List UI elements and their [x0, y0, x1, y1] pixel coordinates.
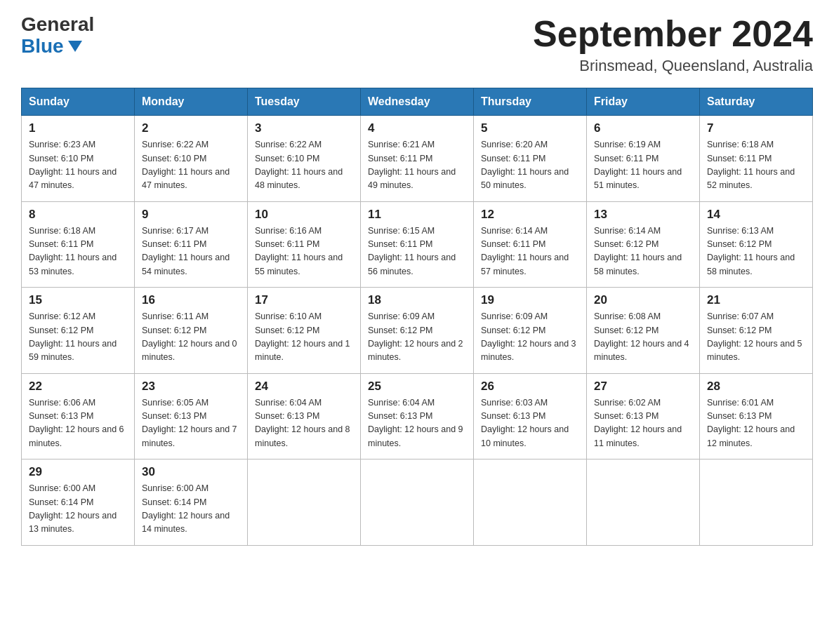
day-number: 29 — [29, 465, 127, 479]
weekday-header-wednesday: Wednesday — [361, 88, 474, 116]
calendar-cell: 4 Sunrise: 6:21 AMSunset: 6:11 PMDayligh… — [361, 116, 474, 202]
day-info: Sunrise: 6:14 AMSunset: 6:12 PMDaylight:… — [594, 224, 692, 279]
weekday-header-monday: Monday — [135, 88, 248, 116]
month-title: September 2024 — [533, 14, 813, 54]
day-info: Sunrise: 6:04 AMSunset: 6:13 PMDaylight:… — [255, 396, 353, 451]
calendar-cell: 21 Sunrise: 6:07 AMSunset: 6:12 PMDaylig… — [700, 288, 813, 374]
day-number: 14 — [707, 208, 805, 222]
calendar-cell: 18 Sunrise: 6:09 AMSunset: 6:12 PMDaylig… — [361, 288, 474, 374]
calendar-cell: 7 Sunrise: 6:18 AMSunset: 6:11 PMDayligh… — [700, 116, 813, 202]
day-info: Sunrise: 6:07 AMSunset: 6:12 PMDaylight:… — [707, 310, 805, 365]
calendar-cell — [248, 459, 361, 546]
day-number: 23 — [142, 380, 240, 394]
day-number: 25 — [368, 380, 466, 394]
day-number: 9 — [142, 208, 240, 222]
calendar-cell: 14 Sunrise: 6:13 AMSunset: 6:12 PMDaylig… — [700, 201, 813, 288]
day-info: Sunrise: 6:02 AMSunset: 6:13 PMDaylight:… — [594, 396, 692, 451]
day-number: 18 — [368, 293, 466, 307]
day-info: Sunrise: 6:17 AMSunset: 6:11 PMDaylight:… — [142, 224, 240, 279]
calendar-cell: 16 Sunrise: 6:11 AMSunset: 6:12 PMDaylig… — [135, 288, 248, 374]
calendar-cell: 11 Sunrise: 6:15 AMSunset: 6:11 PMDaylig… — [361, 201, 474, 288]
calendar-cell: 5 Sunrise: 6:20 AMSunset: 6:11 PMDayligh… — [474, 116, 587, 202]
day-number: 8 — [29, 208, 127, 222]
calendar-cell: 30 Sunrise: 6:00 AMSunset: 6:14 PMDaylig… — [135, 459, 248, 546]
day-number: 24 — [255, 380, 353, 394]
calendar-table: SundayMondayTuesdayWednesdayThursdayFrid… — [21, 88, 813, 546]
weekday-header-row: SundayMondayTuesdayWednesdayThursdayFrid… — [22, 88, 813, 116]
day-number: 16 — [142, 293, 240, 307]
day-number: 11 — [368, 208, 466, 222]
logo-general-text: General — [21, 14, 94, 36]
weekday-header-friday: Friday — [587, 88, 700, 116]
calendar-cell: 10 Sunrise: 6:16 AMSunset: 6:11 PMDaylig… — [248, 201, 361, 288]
calendar-cell: 9 Sunrise: 6:17 AMSunset: 6:11 PMDayligh… — [135, 201, 248, 288]
day-number: 2 — [142, 121, 240, 135]
day-info: Sunrise: 6:23 AMSunset: 6:10 PMDaylight:… — [29, 138, 127, 193]
weekday-header-sunday: Sunday — [22, 88, 135, 116]
calendar-cell: 15 Sunrise: 6:12 AMSunset: 6:12 PMDaylig… — [22, 288, 135, 374]
calendar-week-row: 8 Sunrise: 6:18 AMSunset: 6:11 PMDayligh… — [22, 201, 813, 288]
calendar-cell: 25 Sunrise: 6:04 AMSunset: 6:13 PMDaylig… — [361, 373, 474, 459]
day-number: 20 — [594, 293, 692, 307]
day-info: Sunrise: 6:13 AMSunset: 6:12 PMDaylight:… — [707, 224, 805, 279]
calendar-cell — [700, 459, 813, 546]
day-number: 17 — [255, 293, 353, 307]
calendar-cell: 28 Sunrise: 6:01 AMSunset: 6:13 PMDaylig… — [700, 373, 813, 459]
calendar-cell: 1 Sunrise: 6:23 AMSunset: 6:10 PMDayligh… — [22, 116, 135, 202]
day-info: Sunrise: 6:12 AMSunset: 6:12 PMDaylight:… — [29, 310, 127, 365]
day-info: Sunrise: 6:00 AMSunset: 6:14 PMDaylight:… — [142, 482, 240, 537]
day-info: Sunrise: 6:05 AMSunset: 6:13 PMDaylight:… — [142, 396, 240, 451]
day-info: Sunrise: 6:14 AMSunset: 6:11 PMDaylight:… — [481, 224, 579, 279]
calendar-week-row: 15 Sunrise: 6:12 AMSunset: 6:12 PMDaylig… — [22, 288, 813, 374]
day-info: Sunrise: 6:15 AMSunset: 6:11 PMDaylight:… — [368, 224, 466, 279]
calendar-cell: 24 Sunrise: 6:04 AMSunset: 6:13 PMDaylig… — [248, 373, 361, 459]
calendar-cell: 3 Sunrise: 6:22 AMSunset: 6:10 PMDayligh… — [248, 116, 361, 202]
day-info: Sunrise: 6:04 AMSunset: 6:13 PMDaylight:… — [368, 396, 466, 451]
day-info: Sunrise: 6:10 AMSunset: 6:12 PMDaylight:… — [255, 310, 353, 365]
calendar-cell: 2 Sunrise: 6:22 AMSunset: 6:10 PMDayligh… — [135, 116, 248, 202]
day-info: Sunrise: 6:22 AMSunset: 6:10 PMDaylight:… — [255, 138, 353, 193]
day-info: Sunrise: 6:19 AMSunset: 6:11 PMDaylight:… — [594, 138, 692, 193]
day-info: Sunrise: 6:09 AMSunset: 6:12 PMDaylight:… — [368, 310, 466, 365]
day-info: Sunrise: 6:11 AMSunset: 6:12 PMDaylight:… — [142, 310, 240, 365]
day-info: Sunrise: 6:00 AMSunset: 6:14 PMDaylight:… — [29, 482, 127, 537]
day-number: 19 — [481, 293, 579, 307]
day-info: Sunrise: 6:16 AMSunset: 6:11 PMDaylight:… — [255, 224, 353, 279]
day-number: 15 — [29, 293, 127, 307]
calendar-cell: 22 Sunrise: 6:06 AMSunset: 6:13 PMDaylig… — [22, 373, 135, 459]
day-number: 21 — [707, 293, 805, 307]
logo-blue-text: Blue — [21, 36, 82, 58]
calendar-week-row: 1 Sunrise: 6:23 AMSunset: 6:10 PMDayligh… — [22, 116, 813, 202]
calendar-cell — [587, 459, 700, 546]
calendar-cell: 27 Sunrise: 6:02 AMSunset: 6:13 PMDaylig… — [587, 373, 700, 459]
day-info: Sunrise: 6:01 AMSunset: 6:13 PMDaylight:… — [707, 396, 805, 451]
day-number: 10 — [255, 208, 353, 222]
day-number: 1 — [29, 121, 127, 135]
day-info: Sunrise: 6:18 AMSunset: 6:11 PMDaylight:… — [29, 224, 127, 279]
day-info: Sunrise: 6:03 AMSunset: 6:13 PMDaylight:… — [481, 396, 579, 451]
location-title: Brinsmead, Queensland, Australia — [533, 57, 813, 75]
calendar-cell: 19 Sunrise: 6:09 AMSunset: 6:12 PMDaylig… — [474, 288, 587, 374]
page-header: General Blue September 2024 Brinsmead, Q… — [21, 14, 813, 75]
calendar-cell: 12 Sunrise: 6:14 AMSunset: 6:11 PMDaylig… — [474, 201, 587, 288]
calendar-cell: 29 Sunrise: 6:00 AMSunset: 6:14 PMDaylig… — [22, 459, 135, 546]
day-number: 3 — [255, 121, 353, 135]
calendar-cell — [361, 459, 474, 546]
calendar-cell: 23 Sunrise: 6:05 AMSunset: 6:13 PMDaylig… — [135, 373, 248, 459]
day-number: 22 — [29, 380, 127, 394]
day-info: Sunrise: 6:06 AMSunset: 6:13 PMDaylight:… — [29, 396, 127, 451]
day-number: 28 — [707, 380, 805, 394]
calendar-cell: 26 Sunrise: 6:03 AMSunset: 6:13 PMDaylig… — [474, 373, 587, 459]
calendar-cell — [474, 459, 587, 546]
calendar-cell: 8 Sunrise: 6:18 AMSunset: 6:11 PMDayligh… — [22, 201, 135, 288]
day-info: Sunrise: 6:21 AMSunset: 6:11 PMDaylight:… — [368, 138, 466, 193]
day-number: 26 — [481, 380, 579, 394]
weekday-header-tuesday: Tuesday — [248, 88, 361, 116]
calendar-week-row: 22 Sunrise: 6:06 AMSunset: 6:13 PMDaylig… — [22, 373, 813, 459]
day-info: Sunrise: 6:08 AMSunset: 6:12 PMDaylight:… — [594, 310, 692, 365]
day-number: 4 — [368, 121, 466, 135]
calendar-cell: 20 Sunrise: 6:08 AMSunset: 6:12 PMDaylig… — [587, 288, 700, 374]
title-area: September 2024 Brinsmead, Queensland, Au… — [533, 14, 813, 75]
day-number: 13 — [594, 208, 692, 222]
day-number: 5 — [481, 121, 579, 135]
